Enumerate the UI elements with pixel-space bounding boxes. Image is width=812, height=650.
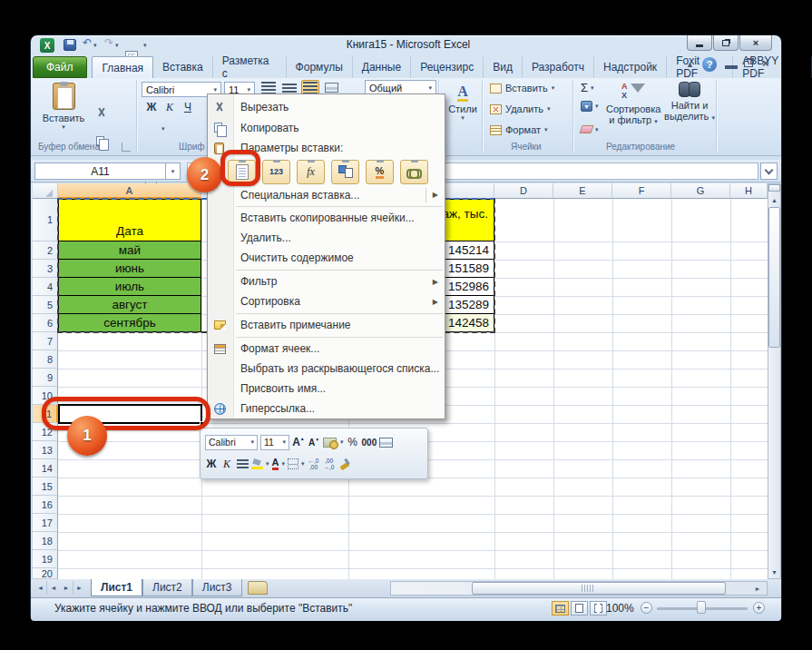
normal-view-button[interactable] <box>552 601 569 616</box>
menu-item-hyperlink[interactable]: Гиперссылка... <box>208 399 445 419</box>
tab-formulas[interactable]: Формулы <box>287 56 353 78</box>
clipboard-dialog-launcher[interactable] <box>122 143 131 152</box>
page-layout-view-button[interactable] <box>571 601 588 616</box>
menu-item-format-cells[interactable]: Формат ячеек... <box>208 339 445 359</box>
last-sheet-button[interactable]: ► <box>73 581 85 595</box>
mini-italic-button[interactable]: К <box>220 456 233 472</box>
insert-worksheet-button[interactable] <box>248 581 268 595</box>
menu-item-cut[interactable]: Вырезать <box>208 96 445 117</box>
menu-item-paste-special[interactable]: Специальная вставка...▶ <box>208 185 445 204</box>
sort-filter-button[interactable]: АX Сортировка и фильтр ▾ <box>606 82 660 125</box>
row-header-9[interactable]: 9 <box>33 369 58 387</box>
grow-font-button[interactable]: А▲ <box>292 434 305 450</box>
cells-insert-button[interactable]: Вставить▾ <box>490 83 554 94</box>
row-header-3[interactable]: 3 <box>33 260 58 278</box>
merge-center-button[interactable] <box>379 434 393 450</box>
paste-button-formatting[interactable]: % <box>366 160 394 184</box>
styles-button[interactable]: А Стили ▾ <box>444 84 482 122</box>
next-sheet-button[interactable]: ► <box>60 581 73 595</box>
row-header-13[interactable]: 13 <box>33 441 58 459</box>
undo-dropdown-icon[interactable]: ▾ <box>93 42 97 49</box>
mini-size-select[interactable]: 11▾ <box>260 435 289 450</box>
mini-fill-color-button[interactable]: ▾ <box>251 456 269 472</box>
column-header-h[interactable]: H <box>730 183 768 199</box>
row-header-19[interactable]: 19 <box>33 550 58 568</box>
row-header-7[interactable]: 7 <box>33 332 58 350</box>
formula-bar-expand-button[interactable] <box>760 162 778 180</box>
scroll-up-button[interactable]: ▲ <box>768 193 780 207</box>
tab-data[interactable]: Данные <box>353 56 411 78</box>
menu-item-filter[interactable]: Фильтр▶ <box>208 271 445 291</box>
mini-format-painter-button[interactable] <box>338 456 351 472</box>
paste-button-transpose[interactable] <box>331 160 359 184</box>
borders-dropdown-icon[interactable]: ▾ <box>161 125 165 133</box>
row-header-2[interactable]: 2 <box>33 241 58 260</box>
column-header-d[interactable]: D <box>494 183 553 199</box>
menu-item-sort[interactable]: Сортировка▶ <box>208 291 445 311</box>
vertical-scroll-thumb[interactable] <box>768 207 780 348</box>
restore-button[interactable] <box>713 35 739 51</box>
menu-item-define-name[interactable]: Присвоить имя... <box>208 379 445 399</box>
column-header-e[interactable]: E <box>553 183 612 199</box>
workbook-close-icon[interactable]: × <box>762 56 769 70</box>
menu-item-delete[interactable]: Удалить... <box>208 228 445 248</box>
cut-icon[interactable] <box>96 107 107 118</box>
column-header-f[interactable]: F <box>612 183 671 199</box>
menu-item-pick-from-list[interactable]: Выбрать из раскрывающегося списка... <box>208 359 445 379</box>
workbook-minimize-icon[interactable] <box>725 65 738 69</box>
minimize-button[interactable] <box>687 35 712 51</box>
find-select-button[interactable]: Найти и выделить ▾ <box>664 82 715 122</box>
menu-item-insert-copied-cells[interactable]: Вставить скопированные ячейки... <box>208 208 445 228</box>
row-header-15[interactable]: 15 <box>33 478 58 496</box>
row-header-5[interactable]: 5 <box>33 296 58 314</box>
mini-bold-button[interactable]: Ж <box>205 456 218 472</box>
menu-item-copy[interactable]: Копировать <box>208 117 445 138</box>
select-all-corner[interactable] <box>33 183 58 199</box>
name-box-dropdown[interactable]: ▾ <box>165 162 181 180</box>
cell-a6[interactable]: сентябрь <box>58 314 201 332</box>
paste-button-link[interactable] <box>400 160 428 184</box>
zoom-slider-thumb[interactable] <box>697 601 706 614</box>
undo-icon[interactable]: ↶ <box>83 36 92 49</box>
tab-insert[interactable]: Вставка <box>153 56 213 78</box>
mini-font-color-button[interactable]: А▾ <box>272 456 285 472</box>
paste-button-values[interactable]: 123 <box>262 160 290 184</box>
column-header-g[interactable]: G <box>671 183 730 199</box>
sheet-tab-list2[interactable]: Лист2 <box>142 579 192 596</box>
qat-customize-icon[interactable]: ▾ <box>143 42 147 49</box>
row-header-14[interactable]: 14 <box>33 459 58 478</box>
column-header-a[interactable]: A <box>58 183 201 199</box>
bold-button[interactable]: Ж <box>143 99 160 115</box>
redo-icon[interactable]: ↷ <box>104 36 113 49</box>
fill-button[interactable]: ▼▾ <box>581 101 599 112</box>
shrink-font-button[interactable]: А▼ <box>308 434 320 450</box>
sheet-tab-list3[interactable]: Лист3 <box>192 579 242 596</box>
percent-style-button[interactable]: % <box>347 434 359 450</box>
row-header-17[interactable]: 17 <box>33 514 58 532</box>
row-header-16[interactable]: 16 <box>33 496 58 514</box>
tab-view[interactable]: Вид <box>484 56 523 78</box>
autosum-button[interactable]: Σ▾ <box>581 81 594 94</box>
mini-borders-button[interactable]: ▾ <box>288 456 305 472</box>
accounting-format-button[interactable]: ▾ <box>323 434 344 450</box>
mini-center-button[interactable] <box>236 456 249 472</box>
save-icon[interactable] <box>64 39 76 51</box>
menu-item-clear-contents[interactable]: Очистить содержимое <box>208 248 445 268</box>
italic-button[interactable]: К <box>161 99 178 115</box>
menu-item-insert-comment[interactable]: Вставить примечание <box>208 315 445 335</box>
cells-format-button[interactable]: Формат▾ <box>490 124 548 135</box>
split-box[interactable] <box>768 184 780 192</box>
decrease-decimal-button[interactable]: ,00→,0 <box>323 456 336 472</box>
tab-page-layout[interactable]: Разметка с <box>213 56 287 78</box>
cell-a4[interactable]: июль <box>58 278 201 296</box>
first-sheet-button[interactable]: ◄ <box>34 581 47 595</box>
sheet-tab-list1[interactable]: Лист1 <box>91 579 142 596</box>
help-icon[interactable]: ? <box>702 57 717 72</box>
row-header-4[interactable]: 4 <box>33 278 58 296</box>
redo-dropdown-icon[interactable]: ▾ <box>115 42 119 49</box>
mini-font-select[interactable]: Calibri▾ <box>205 435 258 450</box>
cell-a1[interactable]: Дата <box>58 199 201 241</box>
increase-decimal-button[interactable]: ←,0,00 <box>308 456 320 472</box>
name-box[interactable]: A11 <box>34 162 166 180</box>
paste-button-formulas[interactable]: fx <box>297 160 325 184</box>
